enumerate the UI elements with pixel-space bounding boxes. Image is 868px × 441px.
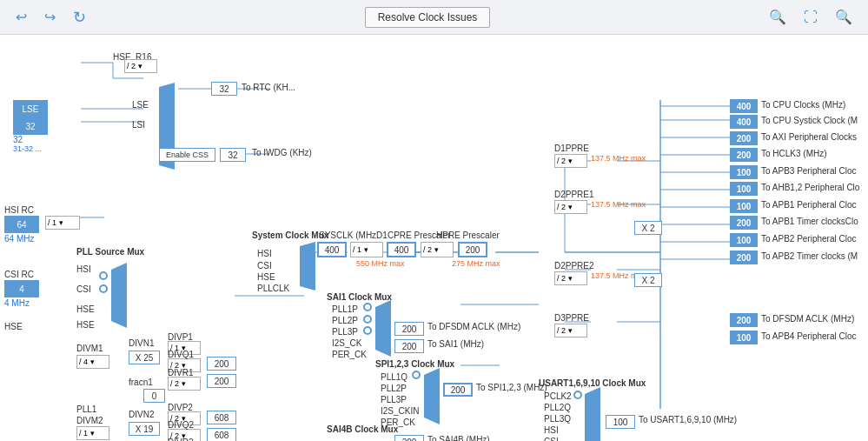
to-iwdg-label: To IWDG (KHz) — [252, 148, 312, 157]
hpre-select[interactable]: / 2 ▾ — [421, 242, 454, 257]
zoom-out-icon[interactable]: 🔍 — [830, 7, 858, 27]
csi-rc-box: 4 — [4, 280, 39, 297]
divm2-select[interactable]: / 1 ▾ — [76, 426, 109, 440]
lsi-mux-label: LSI — [132, 120, 145, 130]
lse-box: LSE — [13, 100, 48, 117]
usart-mux-block — [585, 387, 600, 441]
d2ppre2-select[interactable]: / 2 ▾ — [554, 271, 587, 285]
hpre-out-box: 200 — [458, 242, 487, 257]
max-550-label: 550 MHz max — [356, 259, 405, 268]
to-usart-label: To USART1,6,9,10 (MHz) — [639, 415, 737, 424]
lsi-range-label: 31-32 ... — [13, 144, 42, 153]
sysclk-value-box: 400 — [317, 242, 347, 257]
redo-icon[interactable]: ↪ — [39, 7, 61, 27]
divq2-label: DIVQ2 — [168, 420, 194, 430]
hsi-rc-label: HSI RC — [4, 205, 34, 215]
csi-pll-label: CSI — [76, 284, 91, 294]
d1ppre-label: D1PPRE — [554, 144, 589, 153]
undo-icon[interactable]: ↩ — [10, 7, 32, 27]
divq2-out-box: 608 — [207, 428, 236, 441]
refresh-icon[interactable]: ↻ — [68, 6, 91, 29]
hse-label: HSE — [4, 322, 23, 331]
cpu-systick-label: To CPU Systick Clock (M — [761, 116, 858, 125]
pll2p-sai1-dot — [363, 315, 372, 324]
divr1-select[interactable]: / 2 ▾ — [168, 377, 201, 391]
fracn1-label: fracn1 — [129, 378, 153, 387]
hsi-sysclk-label: HSI — [257, 249, 272, 258]
apb2timer-out-box: 200 — [730, 251, 758, 264]
spi-mux-block — [424, 368, 440, 424]
sai1-out-box: 200 — [394, 322, 424, 336]
to-spi-label: To SPI1,2,3 (MHz) — [476, 383, 547, 392]
lse-mux-label: LSE — [132, 100, 149, 110]
zoom-in-icon[interactable]: 🔍 — [764, 7, 792, 27]
i2s-spi-label: I2S_CKIN — [381, 406, 419, 416]
pll3q-usart-label: PLL3Q — [544, 414, 571, 424]
lsi-rc-box: 32 — [13, 117, 48, 135]
divr2-label: DIVR2 — [168, 438, 193, 441]
divn1-label: DIVN1 — [129, 338, 154, 348]
d1cpre-select[interactable]: / 1 ▾ — [350, 242, 383, 257]
pll-source-mux-title: PLL Source Mux — [76, 247, 144, 257]
max-275-label: 275 MHz max — [452, 259, 500, 268]
usart-out-box: 100 — [606, 415, 635, 429]
pll2p-spi-label: PLL2P — [381, 384, 407, 393]
d3ppre-label: D3PPRE — [554, 313, 589, 323]
divr1-out-box: 200 — [207, 374, 236, 388]
system-clock-mux-title: System Clock Mux — [252, 231, 328, 240]
hse-div-select[interactable]: / 2 ▾ — [124, 59, 157, 73]
toolbar-right: 🔍 ⛶ 🔍 — [764, 7, 858, 27]
apb3-label: To APB3 Peripheral Cloc — [761, 166, 857, 176]
csi-mhz-label: 4 MHz — [4, 298, 30, 308]
d2ppre1-select[interactable]: / 2 ▾ — [554, 200, 587, 214]
enable-css-box[interactable]: Enable CSS — [159, 148, 215, 162]
hse-pll-label: HSE — [76, 304, 95, 314]
pll1q-sai1-label: PLL1P — [332, 304, 358, 314]
d1ppre-max-label: 137.5 MHz max — [591, 154, 646, 163]
x19-box: X 19 — [129, 422, 160, 436]
spi-mux-title: SPI1,2,3 Clock Mux — [375, 359, 454, 369]
to-rtc-label: To RTC (KH... — [242, 83, 295, 92]
apb3-out-box: 100 — [730, 165, 758, 179]
sysclk-mux-block — [300, 242, 315, 291]
d2ppre1-max-label: 137.5 MHz max — [591, 200, 646, 209]
pll3p-sai1-label: PLL3P — [332, 327, 358, 337]
divn2-label: DIVN2 — [129, 410, 154, 419]
iwdg-div-box: 32 — [220, 148, 246, 162]
csi-rc-label: CSI RC — [4, 270, 34, 279]
ahb12-out-box: 100 — [730, 182, 758, 196]
sai4b-mux-title: SAI4B Clock Mux — [327, 424, 398, 434]
ahb12-label: To AHB1,2 Peripheral Clo — [761, 183, 859, 192]
sai4b-out-box: 200 — [394, 435, 424, 441]
apb2-label: To APB2 Peripheral Cloc — [761, 234, 857, 244]
usart-mux-title: USART1,6,9,10 Clock Mux — [539, 378, 646, 388]
csi-dot — [99, 284, 108, 293]
d1ppre-select[interactable]: / 2 ▾ — [554, 154, 587, 168]
pll3p-spi-label: PLL3P — [381, 395, 407, 404]
pllclk-sysclk-label: PLLCLK — [257, 284, 289, 293]
sysclk-label: SYSCLK (MHzD1CPRE Prescaler — [319, 231, 451, 240]
sai1-to-label: To SAI1 (MHz) — [427, 339, 484, 349]
d3ppre-select[interactable]: / 2 ▾ — [554, 324, 587, 337]
i2s-ck-sai1-label: I2S_CK — [332, 338, 361, 348]
fullscreen-icon[interactable]: ⛶ — [798, 8, 823, 27]
d2ppre2-label: D2PPRE2 — [554, 261, 594, 271]
hclk3-label: To HCLK3 (MHz) — [761, 149, 827, 158]
divq1-label: DIVQ1 — [168, 350, 194, 359]
sai1-2-out-box: 200 — [394, 339, 424, 353]
toolbar: ↩ ↪ ↻ Resolve Clock Issues 🔍 ⛶ 🔍 — [0, 0, 868, 35]
hsi-dot — [99, 271, 108, 280]
apb1timer-label: To APB1 Timer clocksClo — [761, 217, 858, 226]
apb1timer-out-box: 200 — [730, 216, 758, 230]
toolbar-left: ↩ ↪ ↻ — [10, 6, 91, 29]
toolbar-center: Resolve Clock Issues — [365, 7, 491, 28]
dfsdm-out-label: To DFSDM ACLK (MHz) — [761, 314, 854, 324]
sai1-mux-title: SAI1 Clock Mux — [327, 292, 392, 302]
pll2q-usart-label: PLL2Q — [544, 403, 571, 412]
divr1-label: DIVR1 — [168, 368, 193, 378]
hsi-div-select[interactable]: / 1 ▾ — [45, 216, 80, 230]
divm1-select[interactable]: / 4 ▾ — [76, 355, 109, 369]
resolve-button[interactable]: Resolve Clock Issues — [365, 7, 491, 28]
main-content: LSE 32 32 31-32 ... HSE_R16 / 2 ▾ LSE LS… — [0, 35, 868, 441]
pclk2-dot — [573, 391, 582, 399]
